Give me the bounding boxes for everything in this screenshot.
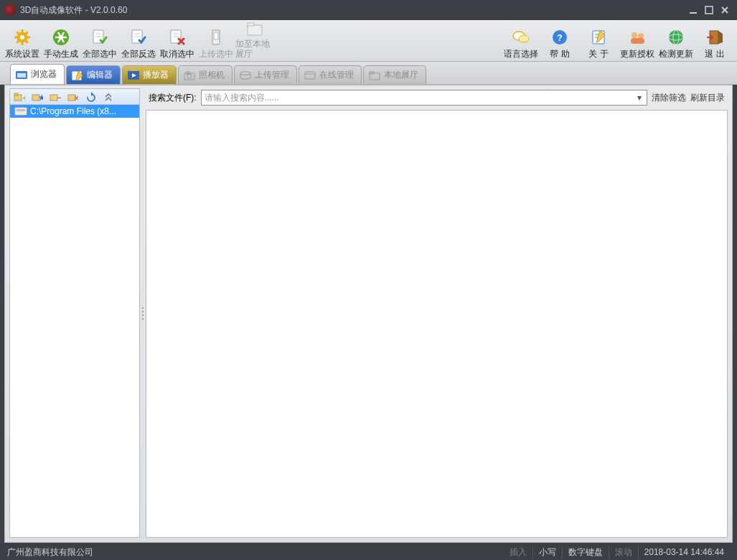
help-label: 帮 助 — [550, 49, 569, 59]
tab-upload-mgr: 上传管理 — [234, 65, 297, 84]
manual-gen-label: 手动生成 — [44, 49, 78, 59]
svg-text:＋: ＋ — [21, 93, 25, 102]
exit-button[interactable]: 退 出 — [695, 20, 734, 61]
close-button[interactable] — [717, 3, 733, 17]
globe-icon — [667, 26, 685, 49]
about-label: 关 于 — [588, 49, 608, 59]
relicense-button[interactable]: 更新授权 — [618, 20, 657, 61]
drive-icon — [14, 107, 27, 116]
search-dropdown-icon[interactable]: ▾ — [634, 92, 645, 103]
clear-filter-button[interactable]: 清除筛选 — [652, 92, 686, 104]
folder-tree[interactable]: C:\Program Files (x8... — [10, 105, 139, 537]
tab-online-mgr-label: 在线管理 — [319, 69, 354, 81]
company-label: 广州盈商科技有限公司 — [7, 546, 93, 559]
folder-tree-item-selected[interactable]: C:\Program Files (x8... — [10, 105, 139, 118]
invert-select-label: 全部反选 — [121, 49, 156, 59]
tab-editor-icon — [71, 70, 84, 81]
tab-browser-icon — [15, 69, 28, 80]
language-button[interactable]: 语言选择 — [502, 20, 540, 61]
minimize-button[interactable] — [685, 3, 701, 17]
tab-player-label: 播放器 — [143, 69, 169, 81]
folder-mini-toolbar: ＋ ★ − × — [10, 89, 139, 105]
tree-collapse-icon[interactable] — [101, 90, 117, 103]
svg-text:−: − — [57, 93, 61, 102]
svg-rect-27 — [248, 25, 262, 35]
select-all-label: 全部选中 — [83, 49, 117, 59]
people-icon — [628, 26, 647, 49]
tab-upload-mgr-label: 上传管理 — [255, 69, 289, 81]
tab-player-icon — [127, 70, 140, 81]
phone-icon — [207, 26, 225, 49]
deselect-button[interactable]: 取消选中 — [158, 20, 197, 61]
help-button[interactable]: ?帮 助 — [540, 20, 579, 61]
search-box: ▾ — [201, 90, 647, 106]
check-update-button[interactable]: 检测更新 — [657, 20, 695, 61]
svg-rect-1 — [705, 6, 713, 14]
tab-editor[interactable]: 编辑器 — [66, 65, 121, 84]
svg-text:?: ? — [557, 33, 562, 43]
tab-local-gallery: 本地展厅 — [363, 65, 426, 84]
help-icon: ? — [550, 26, 569, 49]
svg-rect-28 — [248, 23, 254, 26]
add-local-button: 加至本地展厅 — [235, 20, 274, 61]
svg-point-37 — [638, 33, 644, 39]
maximize-button[interactable] — [701, 3, 717, 17]
title-bar: 3D自动成像软件 - V2.0.0.60 — [0, 0, 737, 20]
doccheck-icon — [90, 26, 109, 49]
select-all-button[interactable]: 全部选中 — [80, 20, 119, 61]
refresh-dir-button[interactable]: 刷新目录 — [690, 92, 725, 104]
tab-browser-label: 浏览器 — [31, 68, 57, 80]
tab-camera-label: 照相机 — [199, 69, 225, 81]
tab-browser[interactable]: 浏览器 — [10, 64, 65, 84]
window-title: 3D自动成像软件 - V2.0.0.60 — [20, 4, 127, 17]
note-icon — [589, 26, 608, 49]
upload-sel-button: 上传选中 — [197, 20, 235, 61]
tree-add-icon[interactable]: ＋ — [11, 90, 27, 103]
settings-button[interactable]: 系统设置 — [3, 20, 42, 61]
main-toolbar: 系统设置手动生成全部选中全部反选取消选中上传选中加至本地展厅 语言选择?帮 助关… — [0, 20, 737, 62]
manual-gen-button[interactable]: 手动生成 — [42, 20, 80, 61]
tab-local-gallery-icon — [368, 70, 381, 81]
add-local-label: 加至本地展厅 — [235, 39, 274, 59]
tree-refresh-icon[interactable] — [83, 90, 99, 103]
doccheck-icon — [129, 26, 148, 49]
tab-upload-mgr-icon — [239, 70, 252, 81]
search-input[interactable] — [202, 90, 634, 105]
tree-delete-icon[interactable]: × — [65, 90, 81, 103]
door-icon — [705, 26, 724, 49]
tab-local-gallery-label: 本地展厅 — [384, 69, 418, 81]
svg-point-30 — [519, 35, 529, 42]
svg-rect-58 — [14, 93, 18, 95]
tab-online-mgr-icon — [304, 70, 316, 81]
status-bar: 广州盈商科技有限公司 插入 小写 数字键盘 滚动 2018-03-14 14:4… — [0, 544, 737, 560]
search-label: 搜索文件(F): — [149, 92, 197, 104]
status-scroll: 滚动 — [609, 546, 639, 559]
file-list[interactable] — [146, 110, 728, 538]
svg-rect-53 — [305, 72, 315, 79]
deselect-label: 取消选中 — [160, 49, 194, 59]
tree-favorite-icon[interactable]: ★ — [29, 90, 45, 103]
status-insert: 插入 — [504, 546, 533, 559]
tab-player[interactable]: 播放器 — [122, 65, 177, 84]
tree-remove-icon[interactable]: − — [47, 90, 63, 103]
settings-label: 系统设置 — [5, 49, 39, 59]
tab-bar: 浏览器编辑器播放器照相机上传管理在线管理本地展厅 — [0, 62, 737, 85]
svg-point-50 — [187, 74, 192, 78]
svg-rect-45 — [17, 73, 26, 78]
content-area: ＋ ★ − × C:\Program Files (x8... 搜索文件(F):… — [4, 85, 733, 543]
status-datetime: 2018-03-14 14:46:44 — [639, 547, 730, 557]
svg-marker-43 — [718, 31, 723, 44]
folder-path-label: C:\Program Files (x8... — [30, 106, 116, 116]
svg-point-39 — [669, 30, 683, 45]
language-label: 语言选择 — [504, 49, 538, 59]
svg-point-52 — [240, 71, 250, 74]
search-row: 搜索文件(F): ▾ 清除筛选 刷新目录 — [146, 88, 728, 107]
splitter[interactable] — [141, 88, 144, 538]
invert-select-button[interactable]: 全部反选 — [119, 20, 158, 61]
asterisk-icon — [52, 26, 70, 49]
upload-sel-label: 上传选中 — [199, 49, 233, 59]
tab-camera-icon — [183, 70, 196, 81]
gear-icon — [13, 26, 32, 49]
tab-camera: 照相机 — [178, 65, 233, 84]
about-button[interactable]: 关 于 — [579, 20, 618, 61]
